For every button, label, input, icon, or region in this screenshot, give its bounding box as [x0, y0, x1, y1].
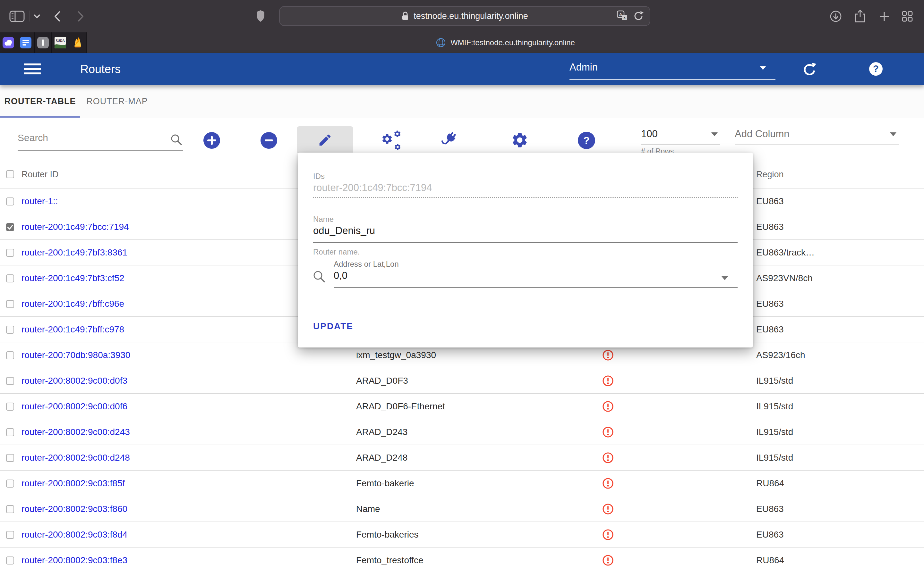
app-header: Routers Admin ? — [0, 53, 924, 85]
error-status-icon[interactable] — [602, 554, 614, 568]
table-row: router-200:8002:9c03:f860 Name EU863 — [0, 496, 924, 522]
address-label: Address or Lat,Lon — [334, 259, 399, 269]
update-button[interactable]: UPDATE — [313, 321, 353, 332]
pinned-tab-usda[interactable]: USDA — [52, 32, 69, 53]
svg-text:?: ? — [873, 63, 879, 74]
add-column-select[interactable]: Add Column — [735, 126, 899, 145]
row-checkbox[interactable] — [6, 223, 14, 231]
row-checkbox[interactable] — [6, 351, 14, 359]
tab-overview-icon[interactable] — [901, 10, 914, 23]
translate-icon[interactable]: Ax — [616, 10, 628, 21]
row-checkbox[interactable] — [6, 377, 14, 385]
table-row: router-200:8002:9c00:d0f6 ARAD_D0F6-Ethe… — [0, 394, 924, 419]
row-checkbox[interactable] — [6, 274, 14, 282]
row-checkbox[interactable] — [6, 197, 14, 205]
address-bar[interactable]: testnode.eu.thingularity.online Ax — [279, 6, 650, 26]
address-input[interactable]: 0,0 — [334, 270, 347, 282]
downloads-icon[interactable] — [829, 10, 843, 23]
tab-router-table[interactable]: ROUTER-TABLE — [0, 85, 80, 118]
pinned-tab-cloud[interactable] — [0, 32, 17, 53]
name-input[interactable]: odu_Denis_ru — [313, 225, 375, 237]
router-name: ARAD_D0F3 — [356, 368, 408, 394]
router-id-link[interactable]: router-200:8002:9c00:d248 — [21, 445, 130, 471]
pinned-tab-firebase[interactable] — [69, 32, 86, 53]
page-title: Routers — [80, 53, 121, 85]
row-checkbox[interactable] — [6, 454, 14, 462]
forward-button-icon[interactable] — [77, 11, 85, 22]
pinned-tab-docs[interactable] — [17, 32, 34, 53]
privacy-shield-icon[interactable] — [256, 10, 265, 23]
error-status-icon[interactable] — [602, 452, 614, 465]
search-icon — [312, 270, 326, 285]
error-status-icon[interactable] — [602, 349, 614, 363]
error-status-icon[interactable] — [602, 503, 614, 516]
router-id-link[interactable]: router-200:1c49:7bf3:8361 — [21, 240, 128, 266]
add-router-button[interactable] — [203, 132, 220, 150]
menu-icon[interactable] — [24, 63, 41, 75]
share-icon[interactable] — [853, 9, 867, 24]
row-checkbox[interactable] — [6, 326, 14, 334]
router-id-link[interactable]: router-200:8002:9c03:f8e3 — [21, 548, 128, 573]
refresh-icon[interactable] — [801, 61, 817, 79]
remove-router-button[interactable] — [260, 132, 278, 150]
router-id-link[interactable]: router-200:8002:9c00:d0f3 — [21, 368, 128, 394]
router-region: RU864 — [756, 548, 784, 573]
chevron-down-icon[interactable] — [722, 276, 728, 280]
row-checkbox[interactable] — [6, 480, 14, 488]
error-status-icon[interactable] — [602, 477, 614, 491]
router-region: AS923VN/8ch — [756, 266, 813, 291]
error-status-icon[interactable] — [602, 375, 614, 388]
account-select[interactable]: Admin — [569, 58, 775, 80]
rows-per-page-select[interactable]: 100 — [641, 126, 720, 145]
new-tab-icon[interactable] — [878, 10, 891, 23]
connect-button[interactable] — [440, 131, 458, 150]
tab-router-map[interactable]: ROUTER-MAP — [80, 85, 154, 118]
edit-router-button[interactable] — [297, 126, 353, 154]
error-status-icon[interactable] — [602, 400, 614, 414]
firebase-icon — [72, 37, 83, 48]
row-checkbox[interactable] — [6, 403, 14, 411]
reload-icon[interactable] — [633, 10, 644, 21]
router-id-link[interactable]: router-200:8002:9c00:d0f6 — [21, 394, 128, 419]
help-icon[interactable]: ? — [868, 61, 884, 78]
router-id-link[interactable]: router-200:1c49:7bff:c978 — [21, 317, 124, 342]
toolbar-help-button[interactable]: ? — [578, 132, 595, 149]
select-all-checkbox[interactable] — [6, 170, 14, 178]
error-status-icon[interactable] — [602, 529, 614, 542]
router-name: Femto-bakeries — [356, 522, 419, 548]
edit-router-dialog: IDs router-200:1c49:7bcc:7194 Name odu_D… — [298, 153, 753, 348]
router-id-link[interactable]: router-200:1c49:7bcc:7194 — [21, 214, 129, 240]
usda-site-icon: USDA — [54, 37, 66, 49]
back-button-icon[interactable] — [53, 11, 61, 22]
active-tab[interactable]: WMIF:testnode.eu.thingularity.online — [87, 32, 924, 53]
row-checkbox[interactable] — [6, 531, 14, 539]
router-id-link[interactable]: router-200:8002:9c00:d243 — [21, 419, 130, 445]
router-region: EU863 — [756, 189, 784, 214]
router-id-link[interactable]: router-200:8002:9c03:f85f — [21, 471, 125, 496]
router-id-link[interactable]: router-200:1c49:7bff:c96e — [21, 291, 124, 317]
svg-text:USDA: USDA — [56, 39, 65, 42]
pinned-tab-notes[interactable] — [35, 32, 51, 53]
row-checkbox[interactable] — [6, 300, 14, 308]
url-text: testnode.eu.thingularity.online — [414, 11, 528, 21]
row-checkbox[interactable] — [6, 505, 14, 513]
search-input[interactable] — [18, 128, 165, 147]
chevron-down-icon — [760, 66, 766, 70]
chevron-down-icon[interactable] — [33, 14, 40, 19]
rows-per-page-value: 100 — [641, 126, 720, 142]
services-button[interactable] — [381, 130, 402, 152]
router-id-link[interactable]: router-1:: — [21, 189, 58, 214]
router-id-link[interactable]: router-200:8002:9c03:f860 — [21, 496, 128, 522]
router-id-link[interactable]: router-200:70db:980a:3930 — [21, 342, 130, 368]
sidebar-icon[interactable] — [9, 10, 25, 23]
chevron-down-icon — [711, 132, 718, 136]
row-checkbox[interactable] — [6, 249, 14, 257]
router-region: EU863 — [756, 291, 784, 317]
error-status-icon[interactable] — [602, 426, 614, 440]
settings-button[interactable] — [511, 131, 529, 150]
row-checkbox[interactable] — [6, 556, 14, 564]
name-field-underline — [313, 242, 738, 243]
router-id-link[interactable]: router-200:1c49:7bf3:cf52 — [21, 266, 124, 291]
router-id-link[interactable]: router-200:8002:9c03:f8d4 — [21, 522, 128, 548]
row-checkbox[interactable] — [6, 428, 14, 436]
